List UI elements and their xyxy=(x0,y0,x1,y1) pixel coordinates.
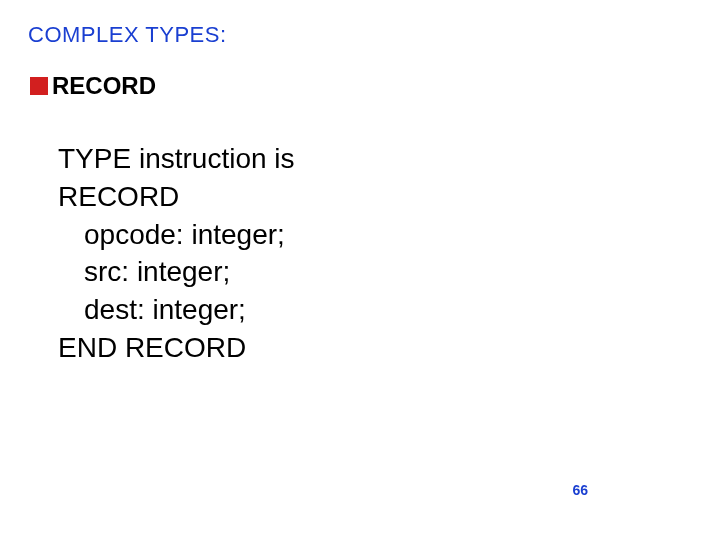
subheading: RECORD xyxy=(52,72,156,100)
body-field-1: opcode: integer; xyxy=(58,216,295,254)
subheading-row: RECORD xyxy=(30,72,156,100)
slide-title: COMPLEX TYPES: xyxy=(28,22,227,48)
body-field-2: src: integer; xyxy=(58,253,295,291)
body-line-2: RECORD xyxy=(58,178,295,216)
page-number: 66 xyxy=(572,482,588,498)
body-line-1: TYPE instruction is xyxy=(58,140,295,178)
body-text: TYPE instruction is RECORD opcode: integ… xyxy=(58,140,295,367)
body-line-6: END RECORD xyxy=(58,329,295,367)
bullet-icon xyxy=(30,77,48,95)
slide: COMPLEX TYPES: RECORD TYPE instruction i… xyxy=(0,0,720,540)
body-field-3: dest: integer; xyxy=(58,291,295,329)
